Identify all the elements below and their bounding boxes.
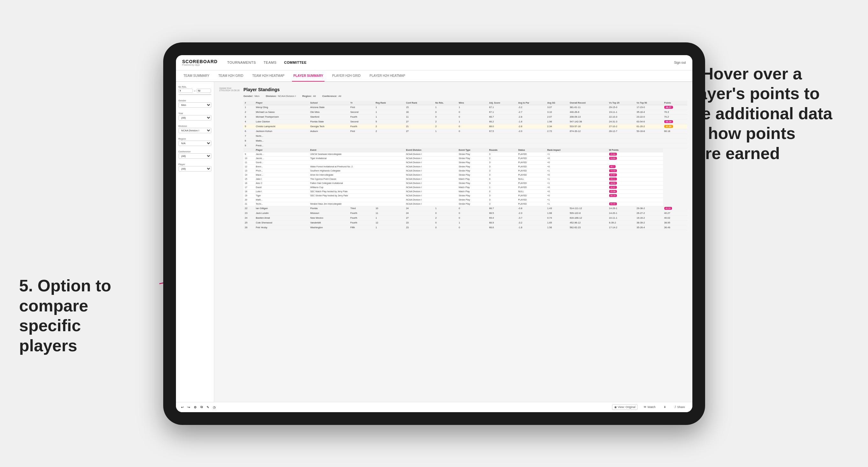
cell-avg-sg: 2.07 [546, 115, 568, 119]
table-row: 8 Matts... [244, 138, 687, 143]
table-row: 24 Bastien Amat New Mexico Fourth 1 27 2… [244, 216, 687, 220]
copy-icon[interactable]: ⧉ [200, 405, 203, 409]
clock-icon[interactable]: ◷ [213, 405, 216, 409]
no-rds-max-input[interactable] [197, 89, 211, 93]
download-button[interactable]: ⬇ [661, 404, 669, 410]
update-time-label: Update time: 27/01/2024 16:56:26 [219, 87, 240, 92]
year-select[interactable]: (All) 2024 2023 [179, 115, 211, 121]
cell-points[interactable]: 88.27 [663, 105, 687, 110]
table-header-row: # Player School Yr Reg Rank Conf Rank No… [244, 101, 687, 105]
region-filter: Region N/A All [179, 138, 211, 146]
cell-adj-score: 67.5 [488, 129, 517, 133]
share-label: Share [677, 405, 685, 409]
cell-points[interactable]: 70.2 [663, 115, 687, 119]
no-rds-slider[interactable] [179, 94, 211, 95]
cell-wins: 1 [458, 119, 488, 124]
table-row: 23 Jack Lundin Missouri Fourth 11 24 0 0… [244, 211, 687, 216]
tab-team-summary[interactable]: TEAM SUMMARY [182, 71, 211, 82]
points-badge-orange[interactable]: 80.89 [664, 125, 673, 128]
th-adj-score: Adj. Score [488, 101, 517, 105]
edit-icon[interactable]: ✎ [207, 405, 209, 409]
event-th-event: Event [309, 148, 404, 152]
view-icon: ◉ [614, 405, 617, 409]
logo-title: SCOREBOARD [182, 59, 218, 64]
cell-vs50: 17-23-0 [635, 105, 663, 110]
cell-adj-score: 67.1 [488, 105, 517, 110]
cell-conf-rank: 11 [405, 115, 434, 119]
event-row: 16 Alex C Fallen Oak Collegiate Invitati… [244, 181, 687, 185]
annotation-compare-players: 5. Option to compare specific players [19, 276, 140, 355]
cell-record: 533-57-16 [568, 124, 608, 129]
event-status: PLAYED [517, 152, 546, 156]
no-rds-min-input[interactable] [179, 89, 193, 93]
nav-teams[interactable]: TEAMS [264, 61, 276, 64]
tab-player-h2h-grid[interactable]: PLAYER H2H GRID [331, 71, 362, 82]
section-title: Player Standings [244, 87, 687, 92]
conference-select[interactable]: (All) [179, 153, 211, 159]
cell-rank: 7 [244, 133, 255, 138]
cell-no-rds: 1 [434, 105, 458, 110]
watch-button[interactable]: 👁 Watch [641, 404, 658, 410]
points-badge[interactable]: 88.34 [664, 120, 673, 123]
cell-rank: 3 [244, 115, 255, 119]
points-badge[interactable]: 88.27 [664, 106, 673, 109]
cell-avg-sg: 1.98 [546, 119, 568, 124]
division-select[interactable]: NCAA Division I NCAA Division II [179, 128, 211, 133]
th-player: Player [255, 101, 309, 105]
cell-school: Florida State [309, 119, 349, 124]
cell-points[interactable]: 88.34 [663, 119, 687, 124]
sign-out-link[interactable]: Sign out [674, 61, 686, 64]
cell-yr: Fourth [349, 115, 374, 119]
event-row: 14 Mace... Amer An Intercollegiate NCAA … [244, 173, 687, 177]
cell-reg-rank: 1 [374, 105, 405, 110]
share-button[interactable]: ⤴ Share [672, 404, 687, 410]
th-conf-rank: Conf Rank [405, 101, 434, 105]
event-type: Stroke Play [458, 152, 488, 156]
region-select[interactable]: N/A All [179, 141, 211, 146]
settings-icon[interactable]: ⚙ [194, 405, 197, 409]
nav-tournaments[interactable]: TOURNAMENTS [227, 61, 256, 64]
th-rank: # [244, 101, 255, 105]
event-row: 12 Breni... Wake Forest Invitational at … [244, 164, 687, 168]
view-original-button[interactable]: ◉ View: Original [612, 404, 638, 410]
undo-icon[interactable]: ↩ [181, 405, 184, 409]
cell-points[interactable] [663, 143, 687, 148]
cell-rank: 8 [244, 138, 255, 143]
main-nav: TOURNAMENTS TEAMS COMMITTEE [227, 61, 307, 64]
cell-record: 381-61-11 [568, 105, 608, 110]
table-row: 7 Nichi... [244, 133, 687, 138]
tab-team-h2h-heatmap[interactable]: TEAM H2H HEATMAP [251, 71, 286, 82]
player-select[interactable]: (All) [179, 166, 211, 172]
cell-no-rds: 0 [434, 115, 458, 119]
cell-yr: First [349, 105, 374, 110]
event-rank-impact: +1 [546, 152, 608, 156]
cell-vs25: 24-31-3 [608, 119, 636, 124]
table-row: 6 Jackson Kohun Auburn First 2 27 1 0 67… [244, 129, 687, 133]
cell-points[interactable]: 66.18 [663, 129, 687, 133]
conference-filter-value: All [339, 95, 341, 97]
cell-points[interactable] [663, 133, 687, 138]
event-w-points[interactable]: 20.64 [608, 152, 663, 156]
event-row: 15 Jake I The Cypress Point Classic NCAA… [244, 177, 687, 181]
cell-points[interactable] [663, 138, 687, 143]
cell-school: Stanford [309, 115, 349, 119]
cell-points[interactable]: 80.89 [663, 124, 687, 129]
tab-team-h2h-grid[interactable]: TEAM H2H GRID [217, 71, 245, 82]
conference-filter-label: Conference: [322, 95, 337, 97]
event-th-division: Event Division [405, 148, 458, 152]
nav-committee[interactable]: COMMITTEE [284, 61, 307, 64]
redo-icon[interactable]: ↪ [187, 405, 190, 409]
tab-player-summary[interactable]: PLAYER SUMMARY [292, 71, 324, 82]
tab-player-h2h-heatmap[interactable]: PLAYER H2H HEATMAP [368, 71, 406, 82]
table-row: 2 Michael La Sasso Ole Miss Second 1 18 … [244, 110, 687, 115]
cell-record: 674-33-12 [568, 129, 608, 133]
cell-conf-rank: 27 [405, 119, 434, 124]
cell-player: Luke Clanton [255, 119, 309, 124]
year-filter: Year (All) 2024 2023 [179, 112, 211, 121]
cell-avg-sg: 2.34 [546, 124, 568, 129]
event-player: Jacob... [255, 152, 309, 156]
th-avg-sg: Avg SG [546, 101, 568, 105]
cell-points[interactable]: 76.3 [663, 110, 687, 115]
gender-select[interactable]: Men Women All [179, 102, 211, 108]
cell-school: Ole Miss [309, 110, 349, 115]
